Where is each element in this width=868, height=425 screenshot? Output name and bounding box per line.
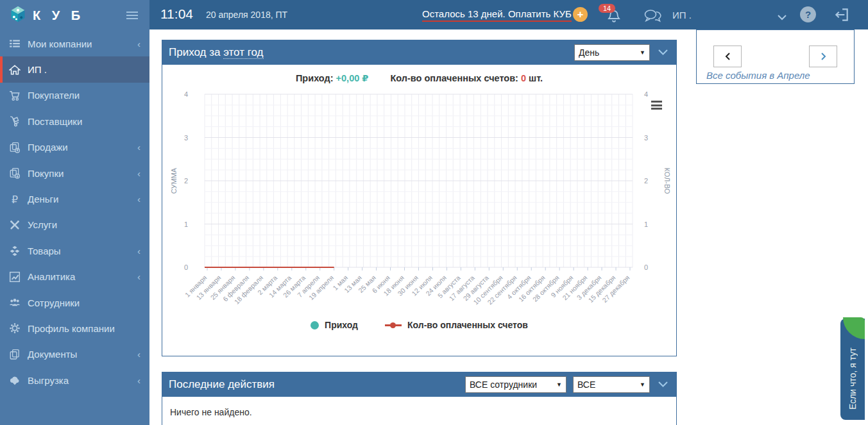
dolly-icon — [9, 115, 21, 127]
sidebar-item-label: Товары — [28, 246, 61, 256]
chat-icon[interactable] — [643, 8, 661, 22]
sidebar-item-label: Деньги — [28, 194, 58, 204]
y-right-tick-label: 4 — [644, 90, 648, 98]
collapse-chevron-icon[interactable] — [656, 47, 670, 58]
panel-title: Приход за этот год — [169, 46, 264, 59]
sidebar-item-label: Поставщики — [28, 116, 82, 127]
type-filter-select[interactable]: ВСЕ ▼ — [573, 376, 650, 393]
sidebar-item-purchases[interactable]: Покупки‹ — [0, 160, 149, 186]
all-events-link[interactable]: Все события в Апреле — [706, 70, 810, 81]
home-icon — [9, 64, 21, 76]
sidebar-item-label: Услуги — [28, 219, 57, 230]
sidebar-item-my-companies[interactable]: Мои компании‹ — [0, 31, 149, 56]
sidebar-item-suppliers[interactable]: Поставщики — [0, 108, 149, 134]
logout-icon[interactable] — [833, 6, 850, 23]
sidebar-item-label: Аналитика — [28, 271, 75, 282]
kub-logo[interactable]: К У Б — [9, 5, 84, 26]
quick-add-button[interactable]: + — [573, 7, 588, 22]
invoices-unit: шт. — [529, 73, 543, 83]
sidebar-item-analytics[interactable]: Аналитика‹ — [0, 264, 149, 290]
topbar: 11:04 20 апреля 2018, ПТ Осталось 13 дне… — [149, 0, 868, 29]
period-select-value: День — [579, 47, 599, 58]
sidebar-item-label: Мои компании — [28, 38, 92, 49]
sidebar-item-services[interactable]: Услуги — [0, 212, 149, 238]
company-menu[interactable]: ИП . — [672, 10, 692, 21]
invoices-value: 0 — [521, 73, 526, 83]
y-right-tick-label: 2 — [644, 177, 648, 185]
calendar-prev-button[interactable] — [713, 46, 742, 67]
cloud-download-icon — [9, 374, 21, 386]
sidebar-item-label: Продажи — [28, 142, 68, 153]
sidebar: К У Б Мои компании‹ИП .ПокупателиПоставщ… — [0, 0, 149, 425]
empty-state-text: Ничего не найдено. — [162, 397, 676, 425]
sidebar-item-goods[interactable]: Товары‹ — [0, 238, 149, 263]
employee-filter-value: ВСЕ сотрудники — [470, 379, 537, 390]
legend-swatch-dot — [390, 322, 396, 328]
calendar-next-button[interactable] — [809, 46, 837, 67]
y-left-tick-label: 1 — [184, 221, 188, 228]
sidebar-item-label: Сотрудники — [28, 297, 80, 308]
chart-icon — [9, 271, 21, 283]
chart-legend: ПриходКол-во оплаченных счетов — [162, 320, 676, 330]
feedback-tab[interactable]: Если что, я тут — [840, 319, 865, 420]
sidebar-item-sales[interactable]: Продажи‹ — [0, 135, 149, 160]
period-select[interactable]: День ▼ — [574, 44, 650, 61]
sidebar-item-label: Выгрузка — [28, 375, 69, 386]
chevron-left-icon: ‹ — [137, 271, 140, 282]
docs-up-icon — [9, 142, 21, 153]
list-icon — [9, 38, 21, 49]
recent-actions-header: Последние действия ВСЕ сотрудники ▼ ВСЕ … — [162, 372, 676, 397]
chevron-down-icon[interactable] — [777, 12, 787, 23]
legend-swatch-circle — [311, 321, 319, 329]
legend-item[interactable]: Приход — [311, 320, 358, 330]
income-value: +0,00 ₽ — [336, 73, 369, 83]
select-arrow-icon: ▼ — [552, 381, 562, 388]
income-chart-panel: Приход за этот год День ▼ Приход: +0,00 … — [162, 40, 677, 356]
collapse-chevron-icon[interactable] — [656, 379, 670, 390]
sidebar-item-label: Профиль компании — [28, 323, 115, 334]
y-left-axis-title: СУММА — [170, 167, 178, 194]
sidebar-nav: Мои компании‹ИП .ПокупателиПоставщикиПро… — [0, 31, 149, 393]
income-chart-panel-header: Приход за этот год День ▼ — [162, 40, 676, 65]
cart-icon — [9, 90, 21, 101]
y-left-tick-label: 0 — [184, 263, 188, 271]
invoices-label: Кол-во оплаченных счетов: — [390, 73, 518, 83]
tools-icon — [9, 219, 21, 231]
chevron-left-icon: ‹ — [137, 168, 140, 179]
events-panel: Все события в Апреле — [696, 29, 855, 84]
sidebar-item-employees[interactable]: Сотрудники — [0, 290, 149, 315]
gear-icon — [9, 322, 21, 334]
sidebar-item-ip[interactable]: ИП . — [0, 56, 149, 82]
sidebar-item-export[interactable]: Выгрузка‹ — [0, 367, 149, 393]
chevron-left-icon: ‹ — [137, 375, 140, 386]
help-button[interactable]: ? — [800, 6, 816, 22]
sidebar-item-company-profile[interactable]: Профиль компании — [0, 315, 149, 341]
y-left-tick-label: 2 — [184, 177, 188, 185]
feedback-tab-label: Если что, я тут — [840, 340, 865, 417]
period-title-link[interactable]: этот год — [223, 46, 263, 59]
chevron-left-icon: ‹ — [137, 194, 140, 204]
payment-reminder-link[interactable]: Осталось 13 дней. Оплатить КУБ — [422, 8, 572, 22]
chart-context-menu-icon[interactable] — [651, 101, 662, 112]
recent-actions-title: Последние действия — [169, 378, 275, 391]
sidebar-item-label: Покупки — [28, 168, 64, 179]
income-label: Приход: — [296, 73, 334, 83]
y-right-axis-title: КОЛ-ВО — [663, 167, 671, 194]
boxes-icon — [9, 245, 21, 256]
sidebar-item-label: Документы — [28, 349, 77, 360]
sidebar-item-label: Покупатели — [28, 90, 80, 101]
y-right-tick-label: 0 — [644, 263, 648, 271]
income-chart: 0123401234СУММАКОЛ-ВО1 января13 января25… — [162, 87, 676, 312]
select-arrow-icon: ▼ — [636, 49, 645, 56]
sidebar-item-buyers[interactable]: Покупатели — [0, 83, 149, 108]
chart-stats-line: Приход: +0,00 ₽ Кол-во оплаченных счетов… — [162, 73, 676, 83]
legend-swatch-line-dot — [385, 321, 402, 329]
current-date: 20 апреля 2018, ПТ — [206, 10, 287, 20]
chevron-left-icon: ‹ — [137, 246, 140, 256]
sidebar-item-money[interactable]: ₽Деньги‹ — [0, 186, 149, 212]
sidebar-collapse-burger-icon[interactable] — [124, 9, 140, 22]
employee-filter-select[interactable]: ВСЕ сотрудники ▼ — [465, 376, 566, 393]
sidebar-item-documents[interactable]: Документы‹ — [0, 342, 149, 367]
chevron-left-icon: ‹ — [137, 349, 140, 360]
legend-item[interactable]: Кол-во оплаченных счетов — [385, 320, 528, 330]
